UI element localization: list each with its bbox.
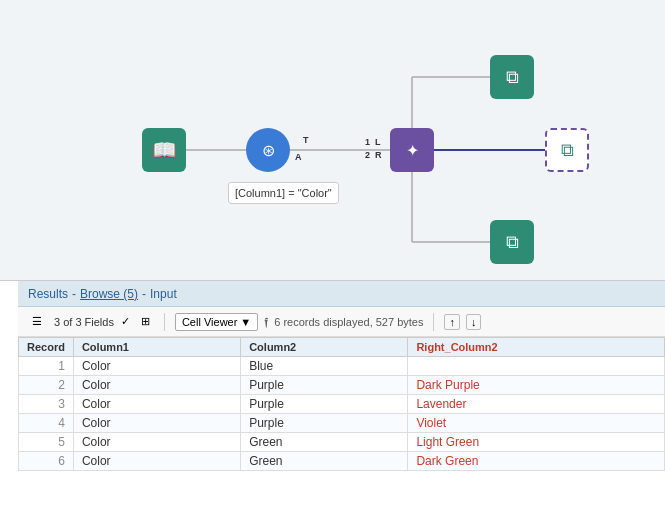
records-info-text: 6 records displayed, 527 bytes: [274, 316, 423, 328]
filter-icon-toolbar[interactable]: 𝖋: [264, 315, 268, 329]
cell-col1: Color: [73, 452, 240, 471]
table-row: 5 Color Green Light Green: [19, 433, 665, 452]
browse-top-node[interactable]: ⧉: [490, 55, 534, 99]
col-header-right-column2: Right_Column2: [408, 338, 665, 357]
cell-viewer-button[interactable]: Cell Viewer ▼: [175, 313, 258, 331]
data-table: Record Column1 Column2 Right_Column2 1 C…: [18, 337, 665, 471]
results-panel: ☰ 👁 ⊕ Results - Browse (5) - Input ☰ 3 o…: [0, 280, 665, 531]
table-row: 3 Color Purple Lavender: [19, 395, 665, 414]
results-label: Results: [28, 287, 68, 301]
fields-count-area: 3 of 3 Fields ✓ ⊞: [54, 313, 154, 330]
cell-col1: Color: [73, 414, 240, 433]
cell-viewer-dropdown-icon: ▼: [240, 316, 251, 328]
binoculars-top-icon: ⧉: [506, 67, 519, 88]
input-label: Input: [150, 287, 177, 301]
fields-check-button[interactable]: ✓: [117, 313, 134, 330]
cell-col3: Lavender: [408, 395, 665, 414]
join-node[interactable]: ✦: [390, 128, 434, 172]
svg-text:T: T: [303, 135, 309, 145]
svg-text:L: L: [375, 137, 381, 147]
separator-2: [433, 313, 434, 331]
results-toolbar: ☰ 3 of 3 Fields ✓ ⊞ Cell Viewer ▼ 𝖋 6 re…: [18, 307, 665, 337]
col-header-record: Record: [19, 338, 74, 357]
cell-col2: Purple: [241, 395, 408, 414]
binoculars-right-icon: ⧉: [561, 140, 574, 161]
scroll-up-button[interactable]: ↑: [444, 314, 460, 330]
results-dash1: -: [72, 287, 76, 301]
table-header-row: Record Column1 Column2 Right_Column2: [19, 338, 665, 357]
fields-count-text: 3 of 3 Fields: [54, 316, 114, 328]
svg-text:R: R: [375, 150, 382, 160]
filter-node[interactable]: ⊛: [246, 128, 290, 172]
cell-col3: Light Green: [408, 433, 665, 452]
binoculars-bottom-icon: ⧉: [506, 232, 519, 253]
cell-col1: Color: [73, 376, 240, 395]
cell-col3: [408, 357, 665, 376]
cell-col3: Dark Purple: [408, 376, 665, 395]
cell-col2: Purple: [241, 414, 408, 433]
join-icon: ✦: [406, 141, 419, 160]
browse-bottom-node[interactable]: ⧉: [490, 220, 534, 264]
col-header-column1: Column1: [73, 338, 240, 357]
cell-record-num: 6: [19, 452, 74, 471]
svg-text:2: 2: [365, 150, 370, 160]
cell-record-num: 3: [19, 395, 74, 414]
results-dash2: -: [142, 287, 146, 301]
filter-icon: ⊛: [262, 141, 275, 160]
cell-col3: Dark Green: [408, 452, 665, 471]
svg-text:1: 1: [365, 137, 370, 147]
cell-record-num: 4: [19, 414, 74, 433]
menu-button[interactable]: ☰: [26, 312, 48, 331]
cell-col2: Blue: [241, 357, 408, 376]
cell-viewer-label: Cell Viewer: [182, 316, 237, 328]
cell-col3: Violet: [408, 414, 665, 433]
book-node[interactable]: 📖: [142, 128, 186, 172]
table-row: 1 Color Blue: [19, 357, 665, 376]
table-row: 6 Color Green Dark Green: [19, 452, 665, 471]
svg-text:A: A: [295, 152, 302, 162]
browse-label[interactable]: Browse (5): [80, 287, 138, 301]
browse-right-node[interactable]: ⧉: [545, 128, 589, 172]
separator-1: [164, 313, 165, 331]
fields-config-button[interactable]: ⊞: [137, 313, 154, 330]
scroll-down-button[interactable]: ↓: [466, 314, 482, 330]
cell-record-num: 1: [19, 357, 74, 376]
cell-col2: Purple: [241, 376, 408, 395]
cell-col1: Color: [73, 395, 240, 414]
cell-col1: Color: [73, 433, 240, 452]
cell-col2: Green: [241, 452, 408, 471]
results-header: Results - Browse (5) - Input: [18, 281, 665, 307]
cell-record-num: 2: [19, 376, 74, 395]
cell-record-num: 5: [19, 433, 74, 452]
table-row: 4 Color Purple Violet: [19, 414, 665, 433]
workflow-canvas: 1 L 2 R T A 📖 ⊛ [Column1] = "Color" ✦ ⧉ …: [0, 0, 665, 280]
data-table-container: Record Column1 Column2 Right_Column2 1 C…: [18, 337, 665, 527]
cell-col2: Green: [241, 433, 408, 452]
col-header-column2: Column2: [241, 338, 408, 357]
table-row: 2 Color Purple Dark Purple: [19, 376, 665, 395]
book-icon: 📖: [152, 138, 177, 162]
filter-label: [Column1] = "Color": [228, 182, 339, 204]
cell-col1: Color: [73, 357, 240, 376]
